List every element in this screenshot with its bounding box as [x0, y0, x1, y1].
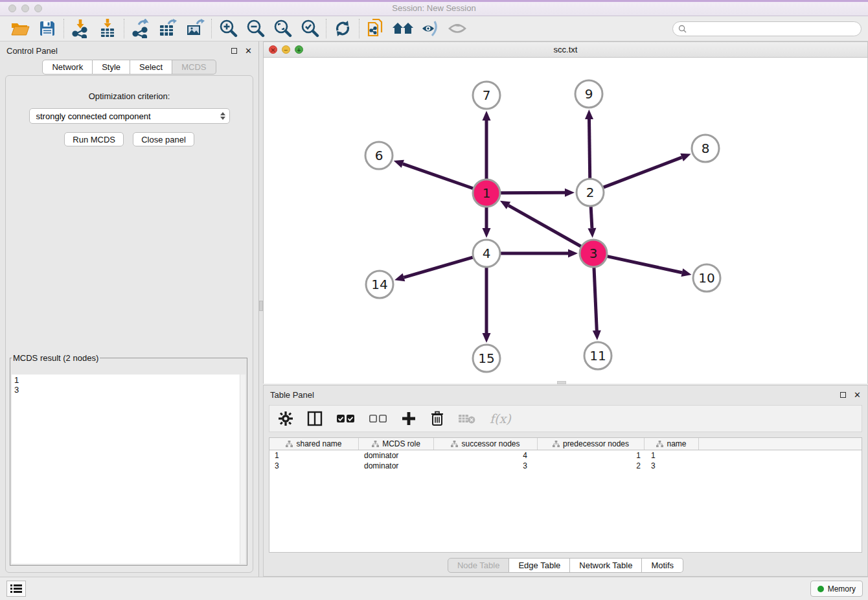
control-panel-title: Control Panel: [6, 46, 58, 56]
memory-status-icon: [817, 586, 824, 592]
clone-network-button[interactable]: [362, 17, 389, 40]
edge-1-2[interactable]: [501, 192, 565, 193]
table-panel-close-button[interactable]: ✕: [854, 391, 861, 399]
tab-edge-table[interactable]: Edge Table: [509, 558, 570, 573]
node-3[interactable]: 3: [580, 240, 607, 267]
edge-3-1[interactable]: [508, 205, 581, 246]
horizontal-splitter-grip[interactable]: [557, 381, 566, 384]
node-6[interactable]: 6: [365, 142, 393, 169]
node-10[interactable]: 10: [693, 264, 720, 292]
edge-2-8[interactable]: [604, 157, 682, 187]
node-11[interactable]: 11: [584, 342, 611, 369]
zoom-selected-button[interactable]: [296, 17, 323, 40]
column-header-predecessor-nodes[interactable]: predecessor nodes: [538, 438, 645, 450]
add-column-button[interactable]: [402, 409, 416, 428]
node-1[interactable]: 1: [473, 179, 500, 207]
column-header-successor-nodes[interactable]: successor nodes: [434, 438, 538, 450]
column-header-label: shared name: [296, 439, 341, 448]
network-window: scc.txt ✕ − + 7968124314101511: [263, 41, 868, 384]
show-all-networks-button[interactable]: [389, 17, 417, 40]
table-cell: dominator: [359, 461, 434, 470]
search-input[interactable]: [690, 23, 856, 34]
node-14[interactable]: 14: [366, 271, 393, 298]
column-header-label: predecessor nodes: [563, 439, 629, 448]
table-cell: 3: [645, 461, 699, 470]
zoom-fit-button[interactable]: [269, 17, 296, 40]
function-builder-button[interactable]: f(x): [490, 409, 511, 428]
edge-4-14[interactable]: [404, 257, 472, 277]
tab-network-table[interactable]: Network Table: [570, 558, 642, 573]
edge-1-6[interactable]: [403, 164, 473, 189]
control-panel-float-button[interactable]: [231, 48, 237, 54]
network-window-titlebar[interactable]: scc.txt ✕ − +: [264, 42, 867, 58]
node-4[interactable]: 4: [473, 240, 500, 267]
node-label: 3: [589, 246, 598, 261]
apply-layout-button[interactable]: [329, 17, 356, 40]
export-table-button[interactable]: [154, 17, 181, 40]
close-panel-button[interactable]: Close panel: [133, 132, 194, 146]
node-8[interactable]: 8: [692, 135, 719, 162]
node-2[interactable]: 2: [577, 179, 604, 206]
import-network-button[interactable]: [67, 17, 94, 40]
select-all-button[interactable]: [337, 409, 355, 428]
table-row[interactable]: 3dominator323: [269, 461, 862, 471]
edge-2-3[interactable]: [591, 207, 592, 228]
tab-style[interactable]: Style: [93, 60, 130, 75]
network-window-title: scc.txt: [264, 45, 867, 54]
export-image-button[interactable]: [181, 17, 209, 40]
table-panel-float-button[interactable]: [840, 392, 846, 398]
tab-motifs[interactable]: Motifs: [642, 558, 683, 573]
network-canvas[interactable]: 7968124314101511: [264, 58, 867, 384]
column-header-name[interactable]: name: [645, 438, 699, 450]
network-minimize-button[interactable]: −: [282, 45, 290, 54]
optimization-criterion-select[interactable]: strongly connected component: [29, 108, 230, 124]
network-close-button[interactable]: ✕: [269, 45, 277, 54]
tab-node-table[interactable]: Node Table: [448, 558, 510, 573]
mcds-result-text[interactable]: 13: [12, 375, 246, 564]
edge-arrowhead: [568, 249, 578, 258]
save-session-button[interactable]: [34, 17, 61, 40]
node-15[interactable]: 15: [473, 345, 500, 372]
node-table: shared nameMCDS rolesuccessor nodesprede…: [269, 437, 862, 553]
table-row[interactable]: 1dominator411: [269, 450, 862, 461]
column-header-MCDS-role[interactable]: MCDS role: [359, 438, 434, 450]
split-view-button[interactable]: [307, 409, 323, 428]
table-cell: dominator: [359, 451, 434, 460]
edge-arrowhead: [483, 333, 491, 343]
mcds-result-scrollbar[interactable]: [240, 375, 246, 564]
show-network-button[interactable]: [444, 17, 471, 40]
memory-button[interactable]: Memory: [810, 581, 863, 597]
open-session-button[interactable]: [6, 17, 34, 40]
mcds-result-line: 3: [14, 385, 243, 395]
tab-network[interactable]: Network: [42, 60, 93, 75]
zoom-out-button[interactable]: [242, 17, 269, 40]
memory-label: Memory: [828, 584, 856, 594]
column-header-shared-name[interactable]: shared name: [269, 438, 359, 450]
edge-3-11[interactable]: [594, 268, 597, 330]
edge-2-9[interactable]: [589, 119, 590, 178]
window-title: Session: New Session: [0, 3, 868, 13]
delete-column-button[interactable]: [430, 409, 444, 428]
unselect-all-button[interactable]: [369, 409, 387, 428]
hide-network-button[interactable]: [417, 17, 444, 40]
tab-select[interactable]: Select: [130, 60, 172, 75]
zoom-in-button[interactable]: [214, 17, 242, 40]
table-cell: 4: [434, 451, 538, 460]
task-history-button[interactable]: [6, 581, 26, 597]
export-network-button[interactable]: [127, 17, 154, 40]
table-settings-button[interactable]: [279, 409, 293, 428]
network-maximize-button[interactable]: +: [295, 45, 303, 54]
node-7[interactable]: 7: [473, 82, 500, 109]
toolbar-search: [672, 21, 862, 36]
edge-3-10[interactable]: [607, 257, 681, 273]
run-mcds-button[interactable]: Run MCDS: [64, 132, 124, 146]
control-panel-close-button[interactable]: ✕: [245, 47, 252, 55]
main-toolbar: [0, 16, 868, 41]
edge-arrowhead: [593, 330, 601, 340]
node-label: 10: [698, 270, 714, 286]
delete-table-button[interactable]: [459, 409, 475, 428]
node-9[interactable]: 9: [575, 80, 602, 108]
import-table-button[interactable]: [94, 17, 121, 40]
tab-mcds[interactable]: MCDS: [172, 60, 216, 75]
table-cell: 2: [538, 461, 645, 470]
